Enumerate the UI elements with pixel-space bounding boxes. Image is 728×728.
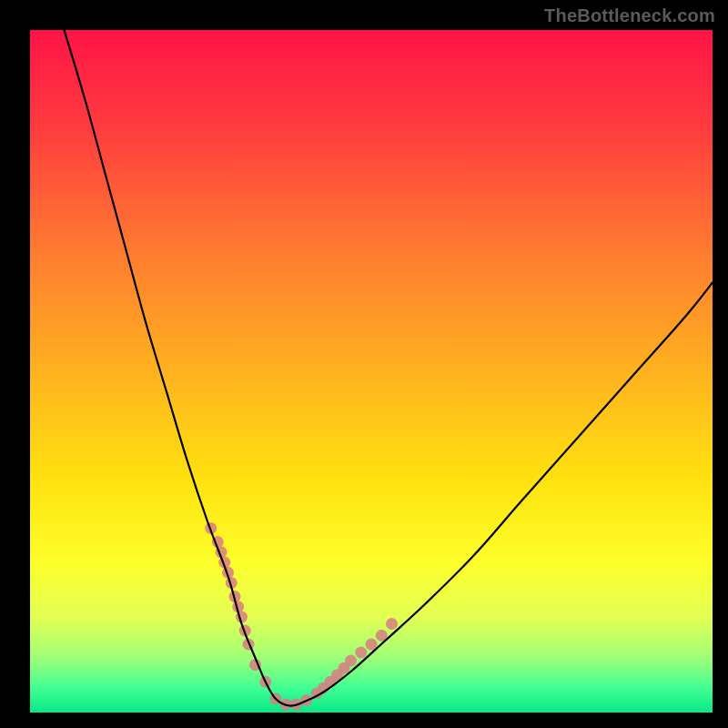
data-dot (355, 647, 367, 659)
plot-area (30, 30, 713, 713)
chart-frame: TheBottleneck.com (0, 0, 728, 728)
data-dot (345, 655, 357, 667)
data-dots-layer (205, 522, 398, 711)
chart-svg (30, 30, 713, 713)
watermark-text: TheBottleneck.com (544, 5, 715, 26)
data-dot (386, 618, 398, 630)
bottleneck-curve (65, 30, 713, 706)
